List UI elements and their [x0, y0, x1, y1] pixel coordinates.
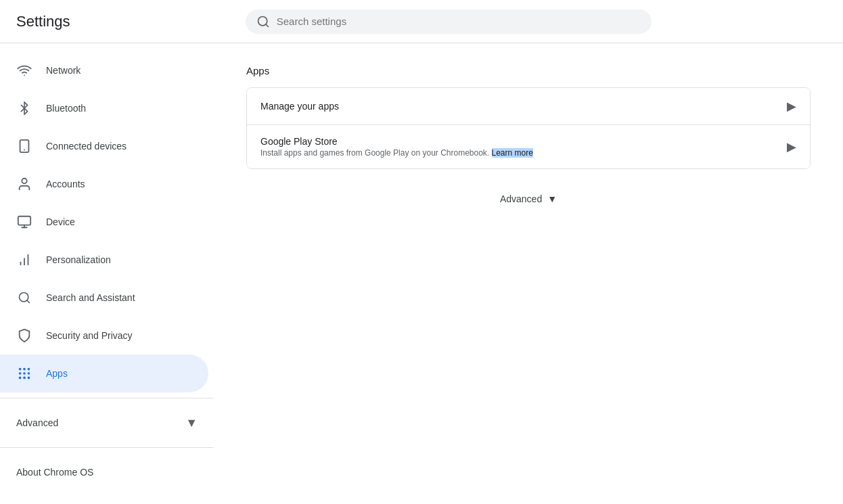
- apps-icon: [16, 365, 32, 382]
- personalization-icon: [16, 252, 32, 268]
- svg-rect-6: [18, 216, 30, 225]
- sidebar-divider-advanced: [0, 398, 214, 398]
- sidebar-item-connected-devices[interactable]: Connected devices: [0, 127, 208, 165]
- header: Settings: [0, 0, 843, 43]
- sidebar-item-bluetooth[interactable]: Bluetooth: [0, 89, 208, 127]
- svg-point-20: [19, 377, 22, 380]
- sidebar-label-apps: Apps: [46, 368, 68, 379]
- sidebar-item-about-chrome-os[interactable]: About Chrome OS: [0, 453, 208, 491]
- svg-point-22: [28, 377, 30, 380]
- sidebar-label-about-chrome-os: About Chrome OS: [16, 467, 93, 478]
- manage-apps-arrow: ▶: [787, 99, 796, 114]
- svg-point-19: [28, 372, 30, 375]
- sidebar-label-bluetooth: Bluetooth: [46, 103, 86, 114]
- svg-line-1: [266, 24, 269, 26]
- svg-rect-3: [20, 140, 29, 152]
- svg-point-16: [28, 368, 30, 371]
- search-assistant-icon: [16, 290, 32, 306]
- svg-point-21: [23, 377, 26, 380]
- search-icon: [256, 15, 270, 28]
- search-bar-wrapper: [70, 9, 827, 34]
- svg-line-13: [27, 300, 30, 303]
- sidebar-item-security-privacy[interactable]: Security and Privacy: [0, 317, 208, 354]
- advanced-button-arrow: ▼: [547, 193, 557, 204]
- sidebar-item-apps[interactable]: Apps: [0, 354, 208, 392]
- accounts-icon: [16, 176, 32, 192]
- sidebar-divider-about: [0, 447, 214, 448]
- advanced-button-label: Advanced: [500, 193, 542, 204]
- svg-point-15: [23, 368, 26, 371]
- search-input[interactable]: [277, 16, 641, 27]
- device-icon: [16, 214, 32, 230]
- bluetooth-icon: [16, 100, 32, 116]
- google-play-store-title: Google Play Store: [260, 136, 787, 147]
- sidebar-item-accounts[interactable]: Accounts: [0, 165, 208, 203]
- sidebar-item-device[interactable]: Device: [0, 203, 208, 241]
- connected-devices-icon: [16, 138, 32, 154]
- sidebar-item-network[interactable]: Network: [0, 51, 208, 89]
- sidebar-item-personalization[interactable]: Personalization: [0, 241, 208, 279]
- sidebar-label-security-privacy: Security and Privacy: [46, 330, 133, 341]
- manage-apps-row[interactable]: Manage your apps ▶: [247, 88, 810, 125]
- section-title: Apps: [246, 65, 811, 76]
- sidebar-label-search-assistant: Search and Assistant: [46, 292, 135, 303]
- sidebar: Network Bluetooth Connected devices: [0, 43, 214, 504]
- sidebar-label-network: Network: [46, 65, 81, 76]
- content-area: Apps Manage your apps ▶ Google Play Stor…: [214, 43, 843, 504]
- manage-apps-content: Manage your apps: [260, 101, 787, 112]
- main-layout: Network Bluetooth Connected devices: [0, 43, 843, 504]
- advanced-button[interactable]: Advanced ▼: [492, 185, 565, 212]
- google-play-store-row[interactable]: Google Play Store Install apps and games…: [247, 125, 810, 168]
- page-title: Settings: [16, 13, 70, 30]
- manage-apps-title: Manage your apps: [260, 101, 787, 112]
- apps-settings-card: Manage your apps ▶ Google Play Store Ins…: [246, 87, 811, 169]
- google-play-store-content: Google Play Store Install apps and games…: [260, 136, 787, 158]
- sidebar-label-accounts: Accounts: [46, 179, 85, 189]
- sidebar-label-device: Device: [46, 216, 75, 227]
- sidebar-label-advanced: Advanced: [16, 417, 58, 428]
- google-play-store-learn-more[interactable]: Learn more: [492, 148, 533, 158]
- security-privacy-icon: [16, 327, 32, 344]
- google-play-store-arrow: ▶: [787, 139, 796, 154]
- advanced-expand-arrow: ▼: [185, 416, 198, 430]
- sidebar-label-personalization: Personalization: [46, 254, 111, 265]
- sidebar-item-search-assistant[interactable]: Search and Assistant: [0, 279, 208, 317]
- google-play-store-subtitle-plain: Install apps and games from Google Play …: [260, 148, 492, 158]
- google-play-store-subtitle: Install apps and games from Google Play …: [260, 148, 787, 158]
- search-bar[interactable]: [246, 9, 652, 34]
- sidebar-item-advanced[interactable]: Advanced ▼: [0, 404, 214, 442]
- svg-point-17: [19, 372, 22, 375]
- svg-point-5: [22, 179, 26, 183]
- svg-point-18: [23, 372, 26, 375]
- wifi-icon: [16, 62, 32, 78]
- sidebar-label-connected-devices: Connected devices: [46, 141, 127, 152]
- svg-point-14: [19, 368, 22, 371]
